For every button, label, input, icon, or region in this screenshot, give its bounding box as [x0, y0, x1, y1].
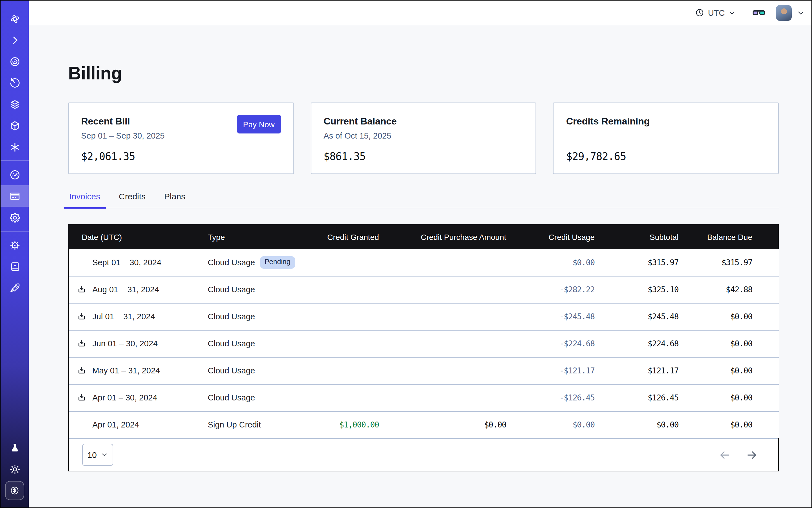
date-cell: Apr 01 – 30, 2024 — [69, 384, 208, 411]
invoice-type: Cloud Usage — [208, 393, 255, 402]
nav-observe[interactable] — [1, 51, 29, 72]
cube-icon — [9, 120, 20, 131]
page-size-select[interactable]: 10 — [82, 444, 113, 466]
orbit-icon — [9, 13, 20, 25]
table-row: Jul 01 – 31, 2024Cloud Usage-$245.48$245… — [69, 303, 779, 330]
subtotal-cell: $224.68 — [595, 330, 679, 357]
gauge-icon — [9, 169, 20, 180]
invoice-type: Cloud Usage — [208, 285, 255, 294]
invoice-type: Cloud Usage — [208, 339, 255, 348]
credit-granted-cell — [303, 357, 379, 384]
credit-usage-cell: -$282.22 — [506, 276, 595, 303]
summary-cards: Recent Bill Sep 01 – Sep 30, 2025 $2,061… — [68, 102, 779, 174]
table-header: Date (UTC)TypeCredit GrantedCredit Purch… — [69, 225, 779, 249]
card-amount: $2,061.35 — [81, 151, 281, 162]
nav-asterisk[interactable] — [1, 136, 29, 158]
table-row: Apr 01, 2024Sign Up Credit$1,000.00$0.00… — [69, 411, 779, 438]
tab-credits[interactable]: Credits — [118, 192, 147, 208]
balance-due-cell: $315.97 — [679, 249, 779, 276]
nav-getting-started[interactable] — [1, 277, 29, 298]
credit-usage-cell: -$121.17 — [506, 357, 595, 384]
card-amount: $861.35 — [324, 151, 523, 162]
invoice-date: Jun 01 – 30, 2024 — [92, 339, 158, 348]
credit-purchase-cell — [379, 384, 506, 411]
ship-wheel-icon — [9, 239, 20, 251]
recent-bill-card: Recent Bill Sep 01 – Sep 30, 2025 $2,061… — [68, 102, 294, 174]
credit-granted-cell — [303, 276, 379, 303]
invoice-date: Aug 01 – 31, 2024 — [92, 285, 159, 294]
nav-history[interactable] — [1, 72, 29, 93]
card-amount: $29,782.65 — [566, 151, 766, 162]
main-content: Billing Recent Bill Sep 01 – Sep 30, 202… — [29, 25, 811, 507]
credit-purchase-cell — [379, 276, 506, 303]
nav-theme-toggle[interactable] — [1, 458, 29, 480]
nav-labs[interactable] — [1, 437, 29, 458]
appearance-toggle[interactable] — [752, 6, 766, 20]
layers-icon — [9, 98, 20, 110]
nav-support[interactable] — [1, 234, 29, 256]
sidebar-logo[interactable] — [1, 8, 29, 29]
credit-usage-cell: -$126.45 — [506, 384, 595, 411]
nav-expand[interactable] — [1, 29, 29, 51]
invoice-date: Apr 01, 2024 — [92, 420, 139, 429]
nav-docs[interactable] — [1, 256, 29, 277]
glasses-icon — [752, 6, 766, 20]
credit-purchase-cell — [379, 249, 506, 276]
subtotal-cell: $121.17 — [595, 357, 679, 384]
user-menu[interactable] — [776, 5, 805, 20]
download-icon[interactable] — [77, 285, 87, 295]
dollar-badge-icon — [9, 485, 20, 496]
pay-now-button[interactable]: Pay Now — [237, 115, 281, 133]
credit-usage-cell: -$245.48 — [506, 303, 595, 330]
sidebar — [1, 1, 29, 507]
nav-layers[interactable] — [1, 93, 29, 115]
table-row: Sept 01 – 30, 2024Cloud UsagePending$0.0… — [69, 249, 779, 276]
nav-billing[interactable] — [1, 185, 29, 207]
chevron-down-icon — [101, 451, 108, 458]
previous-page-button arrow-left-icon[interactable] — [719, 449, 731, 461]
credit-usage-cell: $0.00 — [506, 411, 595, 438]
gear-icon — [9, 211, 20, 223]
sidebar-bottom-pad — [1, 501, 29, 507]
credit-purchase-cell — [379, 357, 506, 384]
timezone-selector[interactable]: UTC — [695, 8, 736, 17]
type-cell: Cloud Usage — [208, 357, 303, 384]
nav-settings[interactable] — [1, 207, 29, 228]
type-cell: Cloud Usage — [208, 384, 303, 411]
current-balance-card: Current Balance As of Oct 15, 2025 $861.… — [310, 102, 536, 174]
chevron-right-icon — [9, 34, 20, 46]
column-header: Type — [208, 225, 303, 249]
credits-remaining-card: Credits Remaining $29,782.65 — [553, 102, 779, 174]
column-header: Credit Purchase Amount — [379, 225, 506, 249]
invoices-table: Date (UTC)TypeCredit GrantedCredit Purch… — [68, 224, 779, 471]
credit-usage-cell: -$224.68 — [506, 330, 595, 357]
page-size-value: 10 — [87, 450, 96, 460]
nav-gauge[interactable] — [1, 164, 29, 185]
next-page-button arrow-right-icon[interactable] — [745, 449, 758, 461]
download-icon[interactable] — [77, 392, 87, 403]
subtotal-cell: $0.00 — [595, 411, 679, 438]
credits-button[interactable] — [5, 481, 24, 500]
invoice-date: Jul 01 – 31, 2024 — [92, 312, 155, 321]
type-cell: Cloud Usage — [208, 303, 303, 330]
nav-cube[interactable] — [1, 115, 29, 136]
rocket-icon — [9, 282, 20, 294]
download-icon[interactable] — [77, 366, 87, 376]
balance-due-cell: $0.00 — [679, 303, 779, 330]
credit-purchase-cell: $0.00 — [379, 411, 506, 438]
download-icon[interactable] — [77, 338, 87, 349]
balance-due-cell: $0.00 — [679, 384, 779, 411]
tab-plans[interactable]: Plans — [163, 192, 186, 208]
sidebar-bottom — [1, 437, 29, 507]
card-title: Current Balance — [324, 116, 523, 127]
sidebar-divider — [1, 161, 29, 161]
table-footer: 10 — [69, 438, 778, 471]
tab-invoices[interactable]: Invoices — [68, 192, 101, 208]
table-row: Apr 01 – 30, 2024Cloud Usage-$126.45$126… — [69, 384, 779, 411]
download-icon[interactable] — [77, 311, 87, 322]
credit-purchase-cell — [379, 330, 506, 357]
credit-purchase-cell — [379, 303, 506, 330]
table-row: May 01 – 31, 2024Cloud Usage-$121.17$121… — [69, 357, 779, 384]
date-cell: Sept 01 – 30, 2024 — [69, 249, 208, 276]
invoice-type: Sign Up Credit — [208, 420, 261, 429]
